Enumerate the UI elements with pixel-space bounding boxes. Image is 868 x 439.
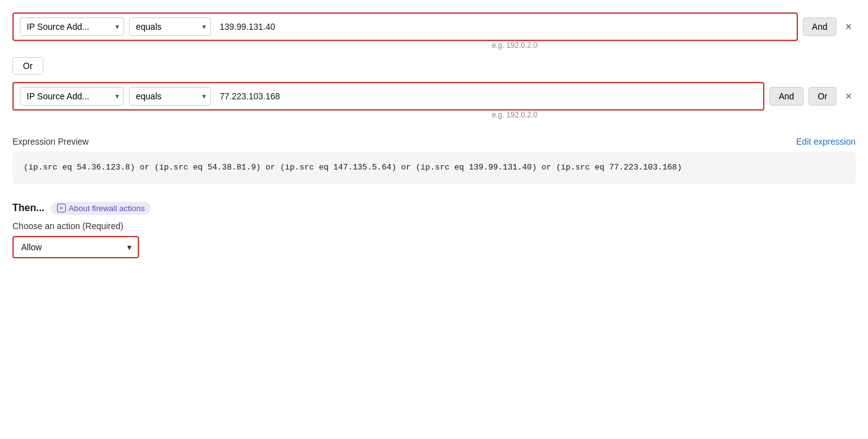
or-standalone-button[interactable]: Or xyxy=(12,57,43,75)
ip-input-2[interactable]: 77.223.103.168 xyxy=(216,89,757,104)
then-header: Then... ≡ About firewall actions xyxy=(12,202,856,215)
condition-row-1: IP Source Add... IP Destination Add... A… xyxy=(12,12,798,41)
field-select-wrapper-2: IP Source Add... IP Destination Add... A… xyxy=(20,87,124,106)
about-firewall-actions-link[interactable]: ≡ About firewall actions xyxy=(51,202,151,215)
then-label: Then... xyxy=(12,202,45,214)
action-select-wrapper: Allow Block Challenge JS Challenge Manag… xyxy=(12,236,139,258)
operator-select-wrapper-2: equals does not equal is in contains xyxy=(129,87,211,106)
hint-text-2: e.g. 192.0.2.0 xyxy=(12,111,856,119)
expression-box: (ip.src eq 54.36.123.8) or (ip.src eq 54… xyxy=(12,152,856,184)
and-button-2[interactable]: And xyxy=(769,87,803,106)
or-button-2[interactable]: Or xyxy=(808,87,837,106)
operator-select-wrapper-1: equals does not equal is in contains xyxy=(129,17,211,36)
and-button-1[interactable]: And xyxy=(803,17,837,36)
expression-header: Expression Preview Edit expression xyxy=(12,137,856,147)
field-select-1[interactable]: IP Source Add... IP Destination Add... A… xyxy=(20,17,124,36)
condition-row-2-wrapper: IP Source Add... IP Destination Add... A… xyxy=(12,82,764,111)
operator-select-2[interactable]: equals does not equal is in contains xyxy=(129,87,211,106)
expression-preview-label: Expression Preview xyxy=(12,137,89,147)
condition-row-1-outer: IP Source Add... IP Destination Add... A… xyxy=(12,12,856,41)
operator-select-1[interactable]: equals does not equal is in contains xyxy=(129,17,211,36)
condition-row-2-outer: IP Source Add... IP Destination Add... A… xyxy=(12,82,856,111)
ip-input-1[interactable]: 139.99.131.40 xyxy=(216,19,790,34)
condition-row-1-wrapper: IP Source Add... IP Destination Add... A… xyxy=(12,12,798,41)
close-button-2[interactable]: × xyxy=(841,89,856,103)
action-select[interactable]: Allow Block Challenge JS Challenge Manag… xyxy=(14,237,138,257)
or-button-section: Or xyxy=(12,57,856,75)
edit-expression-link[interactable]: Edit expression xyxy=(796,137,856,147)
field-select-wrapper-1: IP Source Add... IP Destination Add... A… xyxy=(20,17,124,36)
choose-action-label: Choose an action (Required) xyxy=(12,221,856,231)
then-section: Then... ≡ About firewall actions Choose … xyxy=(12,202,856,258)
field-select-2[interactable]: IP Source Add... IP Destination Add... A… xyxy=(20,87,124,106)
expression-preview-section: Expression Preview Edit expression (ip.s… xyxy=(12,137,856,184)
hint-text-1: e.g. 192.0.2.0 xyxy=(12,41,856,50)
close-button-1[interactable]: × xyxy=(841,20,856,34)
book-icon: ≡ xyxy=(57,204,66,212)
condition-row-2: IP Source Add... IP Destination Add... A… xyxy=(12,82,764,111)
about-link-text: About firewall actions xyxy=(69,204,145,213)
